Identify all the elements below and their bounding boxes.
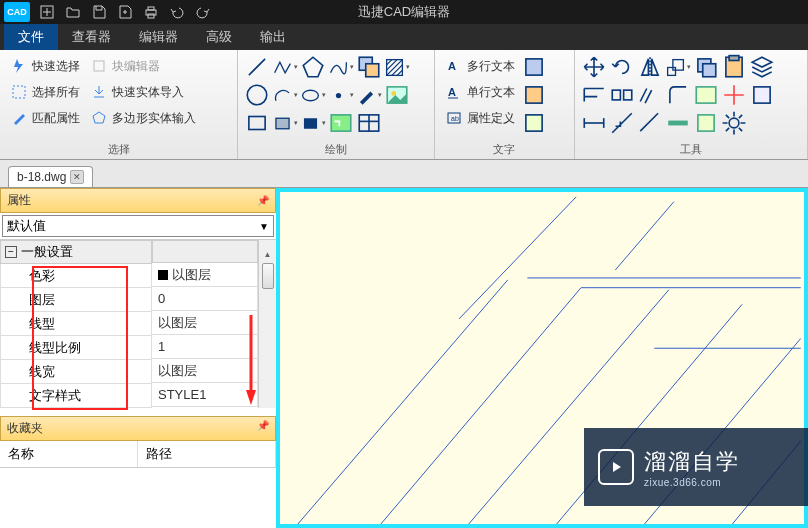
attr-def-button[interactable]: ab属性定义: [441, 106, 519, 130]
circle-tool[interactable]: [244, 82, 270, 108]
pin-icon[interactable]: 📌: [257, 195, 269, 206]
raster-tool[interactable]: [328, 110, 354, 136]
settings-tool[interactable]: [721, 110, 747, 136]
fillet-tool[interactable]: [665, 82, 691, 108]
menu-viewer[interactable]: 查看器: [58, 24, 125, 50]
import-solid-button[interactable]: 快速实体导入: [86, 80, 200, 104]
image-tool[interactable]: [384, 82, 410, 108]
close-tab-button[interactable]: ✕: [70, 170, 84, 184]
fav-col-path[interactable]: 路径: [138, 441, 276, 467]
scale-tool[interactable]: ▾: [665, 54, 691, 80]
poly-input-button[interactable]: 多边形实体输入: [86, 106, 200, 130]
fillrect-tool[interactable]: ▾: [300, 110, 326, 136]
scroll-thumb[interactable]: [262, 263, 274, 289]
undo-button[interactable]: [166, 1, 188, 23]
text-tool-2[interactable]: [521, 82, 547, 108]
trim-tool[interactable]: [581, 82, 607, 108]
menu-advanced[interactable]: 高级: [192, 24, 246, 50]
svg-rect-36: [702, 64, 715, 77]
prop-row-layer[interactable]: 图层: [0, 288, 152, 312]
mtext-button[interactable]: A多行文本: [441, 54, 519, 78]
brush-icon: [10, 109, 28, 127]
svg-point-13: [303, 90, 319, 101]
block-insert-tool[interactable]: [356, 54, 382, 80]
tool-e1[interactable]: [693, 82, 719, 108]
tool-r2[interactable]: [693, 110, 719, 136]
fav-col-name[interactable]: 名称: [0, 441, 138, 467]
prop-row-color[interactable]: 色彩: [0, 264, 152, 288]
point-tool[interactable]: ▾: [328, 82, 354, 108]
dim-tool[interactable]: [581, 110, 607, 136]
attr-icon: ab: [445, 109, 463, 127]
prop-scrollbar[interactable]: ▲: [258, 240, 276, 408]
move-tool[interactable]: [581, 54, 607, 80]
prop-row-lscale[interactable]: 线型比例: [0, 336, 152, 360]
save-button[interactable]: [88, 1, 110, 23]
tool-r1[interactable]: [665, 110, 691, 136]
svg-rect-34: [673, 59, 684, 70]
match-prop-button[interactable]: 匹配属性: [6, 106, 84, 130]
offset-tool[interactable]: [637, 82, 663, 108]
text-tool-1[interactable]: [521, 54, 547, 80]
block-editor-button[interactable]: 块编辑器: [86, 54, 200, 78]
mtext-icon: A: [445, 57, 463, 75]
quick-select-button[interactable]: 快速选择: [6, 54, 84, 78]
table-tool[interactable]: [356, 110, 382, 136]
stext-button[interactable]: A单行文本: [441, 80, 519, 104]
svg-rect-30: [526, 87, 542, 103]
rect-tool[interactable]: [244, 110, 270, 136]
polyline-tool[interactable]: ▾: [272, 54, 298, 80]
prop-section-general[interactable]: − 一般设置: [0, 240, 152, 264]
collapse-icon[interactable]: −: [5, 246, 17, 258]
dim2-tool[interactable]: [609, 110, 635, 136]
svg-rect-18: [276, 118, 289, 129]
group-label-draw: 绘制: [244, 140, 428, 157]
menu-output[interactable]: 输出: [246, 24, 300, 50]
prop-row-ltype[interactable]: 线型: [0, 312, 152, 336]
prop-row-lweight[interactable]: 线宽: [0, 360, 152, 384]
prop-val-lweight[interactable]: 以图层: [152, 359, 258, 383]
layers-tool[interactable]: [749, 54, 775, 80]
arc-tool[interactable]: ▾: [272, 82, 298, 108]
rotate-tool[interactable]: [609, 54, 635, 80]
extend-tool[interactable]: [609, 82, 635, 108]
saveas-button[interactable]: [114, 1, 136, 23]
mirror-tool[interactable]: [637, 54, 663, 80]
prop-row-tstyle[interactable]: 文字样式: [0, 384, 152, 408]
menu-editor[interactable]: 编辑器: [125, 24, 192, 50]
prop-val-ltype[interactable]: 以图层: [152, 311, 258, 335]
file-tab[interactable]: b-18.dwg ✕: [8, 166, 93, 187]
copy-tool[interactable]: [693, 54, 719, 80]
text-tool-3[interactable]: [521, 110, 547, 136]
open-file-button[interactable]: [62, 1, 84, 23]
svg-rect-42: [754, 87, 770, 103]
lightning-icon: [10, 57, 28, 75]
menu-file[interactable]: 文件: [4, 24, 58, 50]
paste-tool[interactable]: [721, 54, 747, 80]
select-all-button[interactable]: 选择所有: [6, 80, 84, 104]
dim3-tool[interactable]: [637, 110, 663, 136]
brush2-tool[interactable]: ▾: [356, 82, 382, 108]
svg-rect-29: [526, 59, 542, 75]
tool-e3[interactable]: [749, 82, 775, 108]
new-file-button[interactable]: [36, 1, 58, 23]
print-button[interactable]: [140, 1, 162, 23]
hatch-tool[interactable]: ▾: [384, 54, 410, 80]
ribbon: 快速选择 选择所有 匹配属性 块编辑器 快速实体导入 多边形实体输入 选择 ▾ …: [0, 50, 808, 160]
prop-val-tstyle[interactable]: STYLE1: [152, 383, 258, 407]
rect2-tool[interactable]: ▾: [272, 110, 298, 136]
polygon-tool[interactable]: [300, 54, 326, 80]
prop-default-combo[interactable]: 默认值▼: [2, 215, 274, 237]
prop-val-layer[interactable]: 0: [152, 287, 258, 311]
line-tool[interactable]: [244, 54, 270, 80]
prop-table: − 一般设置 色彩 图层 线型 线型比例 线宽 文字样式 以图层 0 以图层 1…: [0, 239, 276, 408]
tool-e2[interactable]: [721, 82, 747, 108]
ellipse-tool[interactable]: ▾: [300, 82, 326, 108]
svg-line-59: [459, 197, 576, 319]
redo-button[interactable]: [192, 1, 214, 23]
pin-icon[interactable]: 📌: [257, 420, 269, 437]
prop-val-color[interactable]: 以图层: [152, 263, 258, 287]
prop-val-lscale[interactable]: 1: [152, 335, 258, 359]
spline-tool[interactable]: ▾: [328, 54, 354, 80]
block-icon: [90, 57, 108, 75]
